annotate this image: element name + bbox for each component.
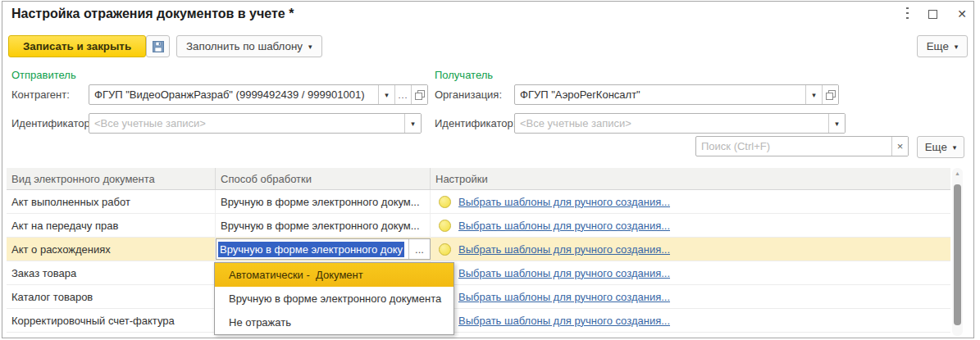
table-row-selected[interactable]: Акт о расхождениях Вручную в форме элект…: [7, 238, 950, 261]
choose-templates-link[interactable]: Выбрать шаблоны для ручного создания...: [458, 243, 670, 256]
fill-by-template-button[interactable]: Заполнить по шаблону ▾: [176, 35, 322, 57]
method-cell[interactable]: Вручную в форме электронного докум...: [216, 190, 431, 213]
chevron-down-icon: ▾: [955, 43, 959, 51]
table-row[interactable]: Акт выполненных работ Вручную в форме эл…: [7, 190, 950, 214]
maximize-icon[interactable]: [928, 10, 937, 19]
column-header-method[interactable]: Способ обработки: [216, 168, 431, 189]
sender-section-label: Отправитель: [11, 69, 76, 81]
menu-item-manual-in-edoc-form[interactable]: Вручную в форме электронного документа: [215, 287, 454, 311]
toolbar-more-label: Еще: [927, 40, 949, 52]
doc-type-cell[interactable]: Заказ товара: [7, 261, 216, 284]
counterparty-field: ▾ ...: [89, 84, 428, 105]
table-row[interactable]: Заказ товара Выбрать шаблоны для ручного…: [7, 261, 950, 285]
column-header-settings[interactable]: Настройки: [431, 168, 950, 189]
settings-cell: Выбрать шаблоны для ручного создания...: [431, 285, 950, 308]
status-circle-icon: [439, 220, 451, 232]
chevron-down-icon: ▾: [812, 91, 816, 99]
vertical-scrollbar[interactable]: ▲: [952, 168, 963, 336]
app-screen: Настройка отражения документов в учете *…: [0, 0, 980, 340]
counterparty-label: Контрагент:: [11, 88, 70, 101]
method-cell[interactable]: Вручную в форме электронного докум...: [216, 214, 431, 237]
settings-cell: Выбрать шаблоны для ручного создания...: [431, 309, 950, 332]
table-row[interactable]: Акт на передачу прав Вручную в форме эле…: [7, 214, 950, 238]
status-circle-icon: [439, 196, 451, 208]
search-input[interactable]: [696, 137, 891, 156]
doc-type-cell[interactable]: Акт о расхождениях: [7, 238, 216, 261]
column-header-doc-type[interactable]: Вид электронного документа: [7, 168, 216, 189]
settings-cell: Выбрать шаблоны для ручного создания...: [431, 261, 950, 284]
close-icon[interactable]: ✕: [957, 8, 967, 20]
status-circle-icon: [439, 243, 451, 256]
recipient-identifier-dropdown-button[interactable]: ▾: [828, 114, 845, 133]
toolbar: Записать и закрыть Заполнить по шаблону …: [8, 35, 980, 57]
scrollbar-thumb[interactable]: [954, 184, 961, 325]
method-choose-button[interactable]: ...: [408, 239, 430, 259]
table-header: Вид электронного документа Способ обрабо…: [7, 168, 950, 190]
window-menu-icon[interactable]: [906, 7, 909, 20]
table-row[interactable]: Корректировочный счет-фактура Выбрать ша…: [7, 309, 950, 333]
cell-editor-selected-text: Вручную в форме электронного доку: [218, 242, 404, 257]
choose-templates-link[interactable]: Выбрать шаблоны для ручного создания...: [458, 196, 670, 208]
sender-identifier-label: Идентификатор:: [11, 117, 93, 129]
save-button[interactable]: [146, 35, 170, 57]
table-more-label: Еще: [925, 141, 947, 153]
open-in-new-icon: [826, 90, 836, 100]
chevron-down-icon: ▾: [385, 91, 389, 99]
search-field: ×: [695, 136, 909, 156]
chevron-down-icon: ▾: [835, 120, 839, 128]
settings-cell: Выбрать шаблоны для ручного создания...: [431, 190, 950, 213]
floppy-disk-icon: [152, 40, 165, 53]
method-cell-editor[interactable]: Вручную в форме электронного доку ...: [216, 238, 431, 260]
sender-identifier-dropdown-button[interactable]: ▾: [404, 114, 421, 133]
organization-field: ▾: [514, 84, 839, 105]
doc-type-cell[interactable]: Акт на передачу прав: [7, 214, 216, 237]
recipient-identifier-label: Идентификатор:: [435, 117, 516, 129]
organization-open-button[interactable]: [822, 85, 838, 104]
method-dropdown-menu: Автоматически - Документ Вручную в форме…: [214, 262, 454, 335]
recipient-section-label: Получатель: [435, 69, 493, 81]
menu-item-do-not-reflect[interactable]: Не отражать: [215, 311, 454, 334]
organization-dropdown-button[interactable]: ▾: [805, 85, 822, 104]
sender-identifier-field: ▾: [89, 113, 422, 134]
menu-item-automatic-document[interactable]: Автоматически - Документ: [215, 263, 454, 287]
page-title: Настройка отражения документов в учете *: [11, 7, 294, 21]
choose-templates-link[interactable]: Выбрать шаблоны для ручного создания...: [458, 315, 670, 327]
scroll-up-icon[interactable]: ▲: [952, 170, 963, 176]
settings-cell: Выбрать шаблоны для ручного создания...: [431, 238, 950, 261]
recipient-identifier-input[interactable]: [515, 114, 828, 133]
organization-label: Организация:: [435, 88, 502, 101]
counterparty-input[interactable]: [89, 85, 378, 104]
fill-by-template-label: Заполнить по шаблону: [186, 40, 303, 52]
doc-type-cell[interactable]: Акт выполненных работ: [7, 190, 216, 213]
chevron-down-icon: ▾: [308, 43, 312, 51]
window-controls: ✕: [906, 7, 967, 20]
counterparty-open-button[interactable]: [411, 85, 427, 104]
save-and-close-button[interactable]: Записать и закрыть: [8, 35, 146, 57]
choose-templates-link[interactable]: Выбрать шаблоны для ручного создания...: [458, 291, 670, 303]
recipient-identifier-field: ▾: [514, 113, 846, 134]
table-row[interactable]: Каталог товаров Выбрать шаблоны для ручн…: [7, 285, 950, 309]
sender-identifier-input[interactable]: [89, 114, 404, 133]
documents-table: Вид электронного документа Способ обрабо…: [7, 168, 950, 336]
choose-templates-link[interactable]: Выбрать шаблоны для ручного создания...: [458, 220, 670, 232]
table-more-button[interactable]: Еще ▾: [917, 136, 964, 158]
toolbar-more-button[interactable]: Еще ▾: [917, 35, 968, 57]
chevron-down-icon: ▾: [411, 120, 415, 128]
open-in-new-icon: [415, 90, 425, 100]
doc-type-cell[interactable]: Каталог товаров: [7, 285, 216, 308]
counterparty-choose-button[interactable]: ...: [394, 85, 411, 104]
chevron-down-icon: ▾: [953, 143, 957, 152]
organization-input[interactable]: [515, 85, 805, 104]
search-clear-button[interactable]: ×: [891, 137, 908, 156]
choose-templates-link[interactable]: Выбрать шаблоны для ручного создания...: [458, 267, 670, 279]
settings-cell: Выбрать шаблоны для ручного создания...: [431, 214, 950, 237]
doc-type-cell[interactable]: Корректировочный счет-фактура: [7, 309, 216, 332]
counterparty-dropdown-button[interactable]: ▾: [378, 85, 394, 104]
